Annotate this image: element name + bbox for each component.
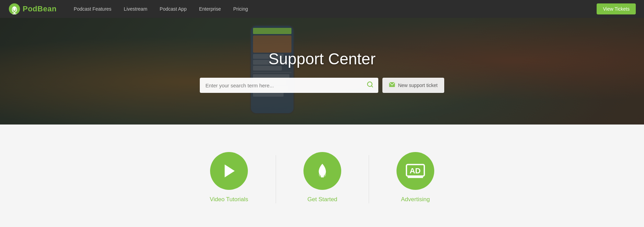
svg-point-10 xyxy=(323,172,326,177)
ad-icon: AD xyxy=(405,162,426,180)
envelope-icon xyxy=(389,82,395,88)
svg-point-9 xyxy=(319,172,322,177)
svg-text:AD: AD xyxy=(410,166,421,175)
cards-section: Video Tutorials Get Started AD xyxy=(0,125,644,227)
video-tutorials-icon-circle xyxy=(210,152,248,190)
search-input[interactable] xyxy=(200,78,378,93)
nav-pricing[interactable]: Pricing xyxy=(227,0,254,18)
navbar: PodBean Podcast Features Livestream Podc… xyxy=(0,0,644,18)
svg-marker-8 xyxy=(225,164,235,177)
nav-links: Podcast Features Livestream Podcast App … xyxy=(68,0,597,18)
play-icon xyxy=(220,162,238,180)
new-ticket-label: New support ticket xyxy=(398,83,437,88)
hero-search-row: New support ticket xyxy=(0,78,644,93)
nav-podcast-app[interactable]: Podcast App xyxy=(153,0,193,18)
get-started-icon-circle xyxy=(303,152,341,190)
video-tutorials-label: Video Tutorials xyxy=(210,196,248,203)
cards-container: Video Tutorials Get Started AD xyxy=(116,145,528,213)
nav-livestream[interactable]: Livestream xyxy=(118,0,153,18)
advertising-label: Advertising xyxy=(401,196,430,203)
new-support-ticket-button[interactable]: New support ticket xyxy=(382,78,444,93)
get-started-label: Get Started xyxy=(308,196,337,203)
navbar-right: View Tickets xyxy=(597,3,636,14)
svg-rect-4 xyxy=(13,7,15,11)
rocket-icon xyxy=(314,162,331,180)
logo-text: PodBean xyxy=(23,4,57,13)
logo[interactable]: PodBean xyxy=(8,3,57,15)
card-video-tutorials[interactable]: Video Tutorials xyxy=(182,145,276,213)
advertising-icon-circle: AD xyxy=(396,152,434,190)
nav-enterprise[interactable]: Enterprise xyxy=(193,0,227,18)
nav-podcast-features[interactable]: Podcast Features xyxy=(68,0,118,18)
hero-content: Support Center New suppor xyxy=(0,50,644,93)
card-advertising[interactable]: AD Advertising xyxy=(369,145,462,213)
card-get-started[interactable]: Get Started xyxy=(276,145,369,213)
view-tickets-button[interactable]: View Tickets xyxy=(597,3,636,14)
svg-point-11 xyxy=(321,169,324,172)
hero-section: Support Center New suppor xyxy=(0,18,644,125)
search-wrapper xyxy=(200,78,378,93)
hero-title: Support Center xyxy=(0,50,644,68)
